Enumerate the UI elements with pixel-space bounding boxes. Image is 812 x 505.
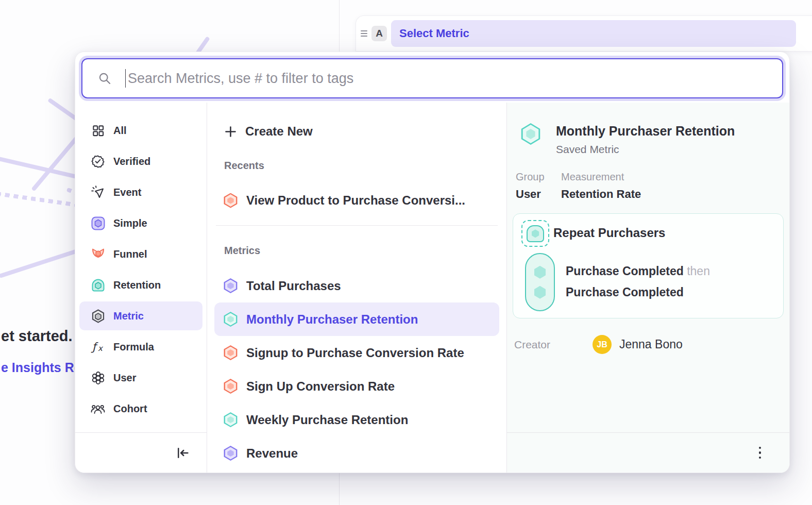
hexagon-icon-step [534, 266, 546, 279]
recent-metric-item[interactable]: View Product to Purchase Conversi... [214, 184, 499, 217]
svg-text:x: x [98, 344, 104, 353]
background-partial-link[interactable]: e Insights Re [1, 360, 81, 375]
sidebar-item-cohort[interactable]: Cohort [79, 394, 202, 423]
detail-header: Monthly Purchaser Retention Saved Metric [521, 123, 777, 156]
collapse-left-icon[interactable] [174, 444, 192, 462]
metric-list-item[interactable]: Total Purchases [214, 269, 499, 302]
metrics-section-title: Metrics [224, 243, 506, 258]
drag-handle-icon[interactable] [359, 30, 368, 37]
detail-title: Monthly Purchaser Retention [556, 123, 735, 139]
metric-icon [91, 309, 105, 323]
measurement-value: Retention Rate [561, 188, 641, 201]
metric-list-item[interactable]: Revenue [214, 436, 499, 470]
select-metric-label: Select Metric [399, 27, 469, 40]
measurement-label: Measurement [561, 171, 641, 183]
background-partial-heading: et started. [1, 328, 73, 345]
hexagon-icon-coral [224, 345, 238, 360]
formula-icon: ƒ x [91, 340, 105, 354]
definition-step-2: Purchase Completed [566, 285, 684, 299]
sidebar-item-retention[interactable]: Retention [79, 271, 202, 299]
event-sequence-capsule [525, 253, 555, 311]
hexagon-icon-coral [224, 379, 238, 394]
metric-list-item[interactable]: Signup to Purchase Conversion Rate [214, 336, 499, 369]
verified-icon [91, 154, 105, 169]
filter-sidebar: All Verified Event [75, 103, 207, 473]
sidebar-item-verified[interactable]: Verified [79, 147, 202, 176]
select-metric-button[interactable]: Select Metric [391, 20, 796, 47]
cohort-icon [91, 401, 105, 416]
sidebar-item-user[interactable]: User [79, 363, 202, 392]
metric-list-column: Create New Recents View Product to Purch… [207, 103, 507, 473]
detail-meta: Group User Measurement Retention Rate [516, 171, 789, 201]
definition-name: Repeat Purchasers [553, 226, 665, 240]
user-icon [91, 371, 105, 385]
metric-list-item[interactable]: Sign Up Conversion Rate [214, 369, 499, 403]
metric-picker-modal: All Verified Event [75, 52, 790, 473]
svg-text:ƒ: ƒ [91, 341, 98, 353]
retention-definition-icon [521, 220, 549, 247]
creator-label: Creator [514, 339, 593, 351]
sidebar-item-formula[interactable]: ƒ x Formula [79, 332, 202, 361]
hexagon-icon-purple [224, 278, 238, 293]
hexagon-icon-coral [224, 193, 238, 208]
sidebar-item-event[interactable]: Event [79, 178, 202, 207]
hexagon-icon-teal [224, 312, 238, 327]
metric-list-item-selected[interactable]: Monthly Purchaser Retention [214, 302, 499, 336]
hexagon-icon-purple [224, 446, 238, 461]
definition-step-1: Purchase Completed then [566, 264, 710, 278]
sidebar-item-simple[interactable]: Simple [79, 209, 202, 238]
event-icon [91, 185, 105, 199]
plus-icon [224, 125, 238, 139]
list-divider [216, 225, 498, 226]
sidebar-item-funnel[interactable]: Funnel [79, 240, 202, 268]
group-value: User [516, 188, 561, 201]
hexagon-icon-step [534, 286, 546, 299]
detail-footer [507, 432, 789, 473]
metric-row-card: A Select Metric [356, 15, 812, 52]
retention-icon [91, 278, 105, 292]
creator-row: Creator JB Jenna Bono [514, 335, 789, 354]
creator-name: Jenna Bono [619, 338, 683, 351]
metric-detail-panel: Monthly Purchaser Retention Saved Metric… [507, 103, 789, 473]
hexagon-icon-teal-large [521, 123, 540, 145]
search-bar [81, 58, 783, 98]
detail-subtitle: Saved Metric [556, 143, 735, 156]
kebab-menu-icon[interactable] [751, 443, 769, 463]
metric-letter-badge: A [371, 26, 387, 41]
metric-list-item[interactable]: Weekly Purchase Retention [214, 403, 499, 436]
simple-icon [91, 216, 105, 230]
create-new-button[interactable]: Create New [214, 115, 499, 148]
grid-icon [91, 123, 105, 138]
sidebar-item-all[interactable]: All [79, 116, 202, 145]
metric-list: Total Purchases Monthly Purchaser Retent… [207, 269, 506, 470]
sidebar-item-metric[interactable]: Metric [79, 301, 202, 330]
metric-definition-card: Repeat Purchasers Purchase Completed the… [513, 213, 784, 318]
group-label: Group [516, 171, 561, 183]
recents-section-title: Recents [224, 158, 506, 173]
sidebar-footer [75, 432, 207, 473]
funnel-icon [91, 247, 105, 261]
search-input[interactable] [125, 69, 782, 88]
avatar: JB [593, 335, 612, 354]
search-icon [98, 72, 112, 86]
hexagon-icon-teal [224, 412, 238, 427]
